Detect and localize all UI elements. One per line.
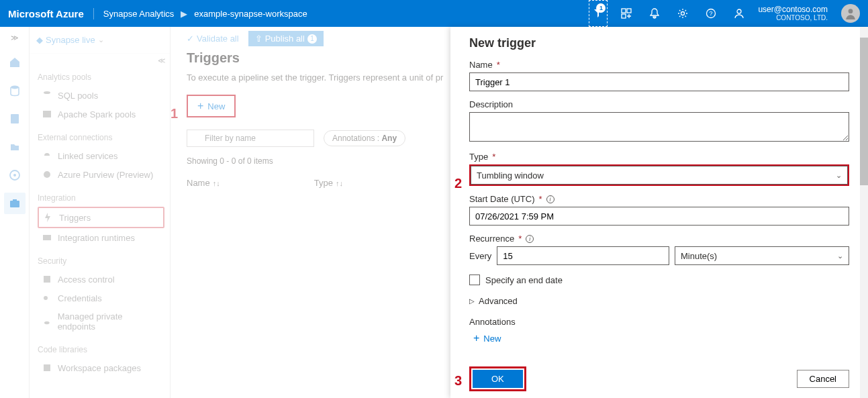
nav-sql-pools[interactable]: SQL pools: [38, 86, 164, 105]
bell-icon[interactable]: [645, 0, 664, 27]
publish-count-badge: 1: [307, 34, 317, 44]
upload-icon: ⇧: [255, 34, 262, 44]
nav-group-external: External connections: [38, 133, 164, 142]
recurrence-every-input[interactable]: [497, 246, 669, 265]
chevron-down-icon: ⌄: [837, 252, 843, 260]
header-icons: 1 ? user@contoso.com CONTOSO, LTD.: [589, 0, 860, 27]
filter-by-name-input[interactable]: [187, 130, 314, 147]
user-block[interactable]: user@contoso.com CONTOSO, LTD.: [758, 5, 832, 22]
chevron-right-icon: ▶: [181, 9, 187, 19]
rail-home[interactable]: [4, 52, 26, 73]
synapse-live-button[interactable]: ◆ Synapse live ⌄: [36, 35, 104, 45]
info-icon[interactable]: i: [526, 235, 534, 243]
svg-point-14: [44, 91, 50, 94]
callout-marker-2: 2: [454, 176, 462, 191]
live-label: Synapse live: [46, 35, 95, 45]
sort-icon: ↑↓: [336, 179, 343, 187]
validate-all-button[interactable]: ✓ Validate all: [187, 34, 239, 44]
end-date-checkbox-row[interactable]: Specify an end date: [469, 275, 849, 285]
nav-integration-runtimes[interactable]: Integration runtimes: [38, 228, 164, 247]
notifications-icon[interactable]: 1: [589, 0, 608, 27]
rail-integrate[interactable]: [4, 136, 26, 158]
description-input[interactable]: [469, 112, 849, 142]
type-label: Type *: [469, 152, 849, 162]
nav-panel: ◆ Synapse live ⌄ ≪ Analytics pools SQL p…: [30, 27, 171, 398]
annotations-header: Annotations: [469, 317, 849, 327]
svg-rect-18: [44, 276, 50, 283]
expand-rail-icon[interactable]: ≫: [8, 31, 21, 45]
publish-all-button[interactable]: ⇧ Publish all 1: [248, 31, 324, 46]
user-email: user@contoso.com: [758, 5, 828, 14]
svg-point-11: [13, 174, 16, 177]
crumb-service[interactable]: Synapse Analytics: [103, 9, 175, 19]
caret-right-icon: ▷: [469, 297, 475, 305]
col-name[interactable]: Name↑↓: [187, 178, 220, 188]
name-label: Name *: [469, 60, 849, 70]
person-icon[interactable]: [730, 0, 749, 27]
rail-manage[interactable]: [4, 193, 26, 214]
svg-rect-9: [11, 114, 19, 123]
nav-access-control[interactable]: Access control: [38, 270, 164, 289]
user-org: CONTOSO, LTD.: [758, 14, 828, 22]
start-date-input[interactable]: [469, 207, 849, 226]
sort-icon: ↑↓: [213, 179, 220, 187]
new-trigger-button[interactable]: + New: [187, 95, 236, 117]
nav-credentials[interactable]: Credentials: [38, 289, 164, 307]
new-label: New: [207, 101, 225, 111]
end-date-label: Specify an end date: [485, 275, 563, 285]
rail-develop[interactable]: [4, 108, 26, 130]
rail-monitor[interactable]: [4, 164, 26, 186]
help-icon[interactable]: ?: [702, 0, 720, 27]
svg-text:?: ?: [710, 10, 713, 17]
svg-point-8: [11, 86, 19, 89]
type-select-highlight: Tumbling window ⌄: [469, 164, 849, 186]
nav-triggers[interactable]: Triggers: [38, 207, 164, 228]
type-value: Tumbling window: [477, 170, 544, 181]
recurrence-unit-select[interactable]: Minute(s) ⌄: [675, 246, 849, 265]
svg-point-3: [681, 12, 685, 15]
svg-rect-0: [622, 9, 626, 13]
nav-group-code: Code libraries: [38, 345, 164, 354]
nav-spark-pools[interactable]: Apache Spark pools: [38, 105, 164, 123]
col-type[interactable]: Type↑↓: [314, 178, 343, 188]
ok-highlight: OK: [469, 366, 526, 391]
left-rail: ≫: [0, 27, 30, 398]
nav-workspace-packages[interactable]: Workspace packages: [38, 358, 164, 377]
callout-marker-3: 3: [454, 373, 462, 389]
svg-point-19: [44, 296, 48, 300]
nav-list: Analytics pools SQL pools Apache Spark p…: [30, 54, 170, 377]
end-date-checkbox[interactable]: [469, 275, 480, 285]
crumb-workspace[interactable]: example-synapse-workspace: [194, 9, 307, 19]
feedback-icon[interactable]: [617, 0, 636, 27]
chevron-down-icon: ⌄: [98, 36, 104, 44]
gear-icon[interactable]: [673, 0, 692, 27]
svg-rect-2: [622, 14, 626, 18]
svg-rect-15: [43, 111, 51, 117]
nav-group-analytics: Analytics pools: [38, 72, 164, 82]
advanced-toggle[interactable]: ▷ Advanced: [469, 296, 849, 306]
svg-rect-17: [43, 235, 51, 240]
svg-rect-1: [627, 9, 631, 13]
svg-point-16: [44, 171, 50, 178]
cancel-button[interactable]: Cancel: [797, 370, 849, 388]
avatar[interactable]: [841, 4, 860, 23]
nav-purview[interactable]: Azure Purview (Preview): [38, 165, 164, 184]
svg-point-6: [737, 9, 741, 13]
type-select[interactable]: Tumbling window ⌄: [471, 166, 848, 185]
nav-managed-endpoints[interactable]: Managed private endpoints: [38, 307, 164, 336]
ok-button[interactable]: OK: [473, 370, 523, 388]
annotations-filter-button[interactable]: Annotations : Any: [324, 130, 405, 146]
info-icon[interactable]: i: [546, 195, 554, 203]
breadcrumb: Synapse Analytics ▶ example-synapse-work…: [94, 9, 307, 19]
annotation-new-button[interactable]: + New: [473, 332, 849, 344]
brand-label[interactable]: Microsoft Azure: [8, 8, 94, 19]
svg-rect-12: [10, 201, 19, 207]
nav-group-integration: Integration: [38, 193, 164, 203]
plus-icon: +: [473, 332, 479, 344]
nav-linked-services[interactable]: Linked services: [38, 146, 164, 165]
name-input[interactable]: [469, 72, 849, 91]
notification-badge: 1: [596, 3, 606, 13]
rail-data[interactable]: [4, 80, 26, 101]
scrollbar-thumb[interactable]: [860, 38, 868, 185]
callout-marker-1: 1: [171, 106, 178, 121]
